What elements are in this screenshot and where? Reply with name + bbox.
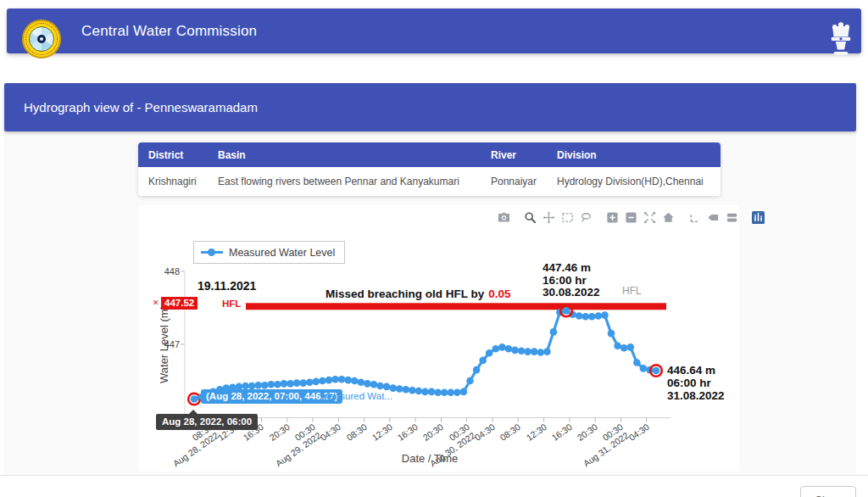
y-axis-title: Water Level (m): [158, 305, 170, 383]
legend-line-sample: [201, 248, 223, 256]
lasso-select-icon[interactable]: [579, 210, 593, 225]
missed-breach-annotation: Missed breaching old HFL by0.05: [326, 288, 511, 300]
hfl-marker-icon: ✕: [153, 299, 159, 307]
hfl-left-label: HFL: [222, 299, 241, 309]
chart-legend[interactable]: Measured Water Level: [193, 241, 345, 264]
column-header-division: Division: [547, 149, 721, 161]
table-header-row: District Basin River Division: [138, 142, 721, 167]
hfl-date-annotation: 19.11.2021: [198, 279, 256, 293]
zoom-icon[interactable]: [523, 210, 537, 225]
cwc-logo: [22, 20, 61, 59]
pan-icon[interactable]: [542, 210, 556, 225]
header-bar: Central Water Commission: [7, 8, 861, 53]
missed-breach-value: 0.05: [488, 288, 510, 300]
hfl-value-label: 447.52: [161, 297, 198, 310]
column-header-river: River: [481, 149, 547, 161]
india-emblem-icon: [826, 20, 856, 59]
x-axis-title: Date / Time: [366, 452, 493, 465]
footer-bar: [0, 476, 868, 497]
spikelines-icon[interactable]: [687, 210, 702, 225]
column-header-district: District: [138, 149, 208, 161]
zoom-out-icon[interactable]: [624, 210, 638, 225]
plotly-logo-icon[interactable]: [751, 210, 765, 225]
zoom-in-icon[interactable]: [605, 210, 620, 225]
subheader-bar: Hydrograph view of - Penneswaramadam: [4, 83, 856, 131]
box-select-icon[interactable]: [560, 210, 575, 225]
close-button[interactable]: Close: [800, 486, 856, 497]
app-title: Central Water Commission: [81, 8, 257, 53]
cwc-logo-hub: [37, 35, 46, 43]
hover-compare-icon[interactable]: [725, 210, 739, 225]
home-icon[interactable]: [661, 210, 676, 225]
cell-district: Krishnagiri: [138, 176, 208, 187]
peak-annotation: 447.46 m 16:00 hr 30.08.2022: [542, 262, 600, 299]
hover-series-label: Measured Wat...: [321, 391, 392, 401]
plotly-modebar: [497, 210, 765, 225]
station-table: District Basin River Division Krishnagir…: [138, 142, 721, 196]
y-tick-label: 448: [149, 266, 180, 276]
autoscale-icon[interactable]: [643, 210, 657, 225]
column-header-basin: Basin: [208, 149, 481, 161]
cell-division: Hydrology Division(HD),Chennai: [547, 176, 721, 187]
legend-label: Measured Water Level: [229, 247, 335, 259]
cell-basin: East flowing rivers between Pennar and K…: [208, 176, 481, 187]
page-title: Hydrograph view of - Penneswaramadam: [24, 83, 258, 131]
end-annotation: 446.64 m 06:00 hr 31.08.2022: [667, 364, 725, 402]
hfl-right-label: HFL: [622, 285, 642, 297]
axis-hover-tooltip: Aug 28, 2022, 06:00: [156, 414, 258, 430]
camera-icon[interactable]: [497, 210, 511, 225]
cell-river: Ponnaiyar: [481, 176, 547, 187]
hover-closest-icon[interactable]: [706, 210, 721, 225]
table-row: Krishnagiri East flowing rivers between …: [138, 167, 721, 196]
